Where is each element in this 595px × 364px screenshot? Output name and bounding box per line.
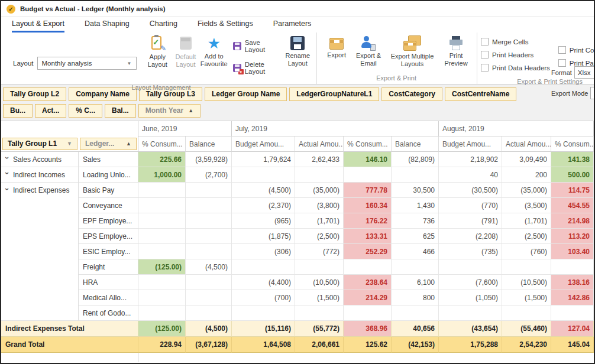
grid-cell[interactable]: 127.04 (551, 321, 594, 337)
grid-cell[interactable]: (770) (439, 198, 502, 213)
column-header-4[interactable]: % Consum... (344, 136, 392, 152)
grid-cell[interactable]: (55,772) (295, 321, 344, 337)
grid-cell[interactable] (186, 244, 232, 259)
grid-cell[interactable]: 500.00 (551, 167, 594, 183)
tab-fields-settings[interactable]: Fields & Settings (198, 20, 253, 32)
grid-cell[interactable]: (125.00) (138, 259, 186, 275)
grid-cell[interactable] (392, 167, 439, 183)
grid-cell[interactable]: 252.29 (344, 244, 392, 259)
default-layout-button[interactable]: Default Layout (172, 35, 199, 68)
grid-cell[interactable] (186, 198, 232, 213)
grid-cell[interactable]: (791) (439, 213, 502, 229)
grid-cell[interactable]: 800 (392, 290, 439, 306)
grid-cell[interactable]: (1,050) (439, 290, 502, 306)
collapse-icon[interactable]: › (4, 188, 11, 193)
grid-cell[interactable] (232, 259, 295, 275)
data-field-chip-bu[interactable]: Bu... (3, 104, 33, 118)
grid-cell[interactable]: 146.10 (344, 152, 392, 167)
column-header-6[interactable]: Budget Amou... (439, 136, 502, 152)
row-label-rent-of-godo[interactable]: Rent of Godo... (79, 306, 138, 321)
checkbox-print-data-headers[interactable]: Print Data Headers (481, 64, 550, 72)
grid-cell[interactable] (186, 183, 232, 198)
month-header-june-2019[interactable]: June, 2019 (138, 121, 232, 136)
apply-layout-button[interactable]: ✓✎ Apply Layout (144, 35, 172, 68)
row-label-conveyance[interactable]: Conveyance (79, 198, 138, 213)
grid-cell[interactable]: (4,400) (232, 275, 295, 290)
grid-cell[interactable]: 1,430 (392, 198, 439, 213)
grid-cell[interactable]: (3,67,128) (186, 337, 232, 353)
layout-select[interactable]: Monthly analysis ▼ (37, 57, 137, 70)
grid-cell[interactable]: 214.29 (344, 290, 392, 306)
collapse-icon[interactable]: › (4, 172, 11, 177)
grid-cell[interactable] (186, 229, 232, 244)
checkbox-print-column-headers[interactable]: Print Column Headers (558, 46, 595, 54)
grid-cell[interactable] (295, 167, 344, 183)
grid-cell[interactable]: 125.62 (344, 337, 392, 353)
grid-cell[interactable]: 114.75 (551, 183, 594, 198)
grid-cell[interactable]: (700) (232, 290, 295, 306)
row-field-tally-group-l1[interactable]: Tally Group L1▼ (2, 138, 77, 150)
group-label[interactable]: ›Sales Accounts (1, 152, 79, 167)
row-label-loading-unlo[interactable]: Loading Unlo... (79, 167, 138, 183)
grid-cell[interactable] (138, 275, 186, 290)
data-field-chip-c[interactable]: % C... (69, 104, 102, 118)
export-mode-select[interactable]: V (590, 87, 595, 99)
tab-charting[interactable]: Charting (150, 20, 177, 32)
grid-cell[interactable]: 6,100 (392, 275, 439, 290)
grid-cell[interactable] (138, 229, 186, 244)
grid-cell[interactable] (439, 259, 502, 275)
grid-cell[interactable] (138, 244, 186, 259)
grid-cell[interactable]: (82,809) (392, 152, 439, 167)
grid-cell[interactable]: (965) (232, 213, 295, 229)
grid-cell[interactable]: 466 (392, 244, 439, 259)
grid-cell[interactable]: 142.86 (551, 290, 594, 306)
grid-cell[interactable]: (4,500) (186, 259, 232, 275)
grid-cell[interactable]: 176.22 (344, 213, 392, 229)
grid-cell[interactable]: 228.94 (138, 337, 186, 353)
grid-cell[interactable]: 2,06,661 (295, 337, 344, 353)
grid-cell[interactable]: (1,701) (295, 213, 344, 229)
collapse-icon[interactable]: › (4, 157, 11, 162)
grid-cell[interactable]: 141.38 (551, 152, 594, 167)
grid-cell[interactable]: (1,701) (502, 213, 551, 229)
grid-cell[interactable]: (35,000) (502, 183, 551, 198)
checkbox-print-headers[interactable]: Print Headers (481, 51, 550, 58)
month-header-august-2019[interactable]: August, 2019 (439, 121, 594, 136)
row-label-freight[interactable]: Freight (79, 259, 138, 275)
grid-cell[interactable]: (760) (502, 244, 551, 259)
row-label-epf-employe[interactable]: EPF Employe... (79, 213, 138, 229)
column-field-ledger[interactable]: Ledger...▲ (80, 138, 137, 150)
grid-cell[interactable]: (3,500) (502, 198, 551, 213)
row-label-medical-allo[interactable]: Medical Allo... (79, 290, 138, 306)
tab-layout-export[interactable]: Layout & Export (12, 20, 64, 32)
save-layout-button[interactable]: Save Layout (233, 39, 280, 53)
print-preview-button[interactable]: Print Preview (441, 35, 471, 67)
grid-cell[interactable]: 238.64 (344, 275, 392, 290)
grid-cell[interactable]: (2,208) (439, 229, 502, 244)
grid-cell[interactable]: 103.40 (551, 244, 594, 259)
rename-layout-button[interactable]: Rename Layout (284, 35, 311, 67)
grid-cell[interactable]: 214.98 (551, 213, 594, 229)
column-header-1[interactable]: Balance (186, 136, 232, 152)
grid-cell[interactable] (295, 306, 344, 321)
grid-cell[interactable] (502, 306, 551, 321)
grid-cell[interactable]: 1,000.00 (138, 167, 186, 183)
row-label-sales[interactable]: Sales (79, 152, 138, 167)
grid-cell[interactable]: (3,800) (295, 198, 344, 213)
tab-data-shaping[interactable]: Data Shaping (85, 20, 130, 32)
grid-cell[interactable]: (42,153) (392, 337, 439, 353)
column-header-8[interactable]: % Consum... (551, 136, 594, 152)
grid-cell[interactable]: 200 (502, 167, 551, 183)
grid-cell[interactable]: 40 (439, 167, 502, 183)
grid-cell[interactable] (186, 306, 232, 321)
grid-cell[interactable] (344, 306, 392, 321)
grid-cell[interactable] (439, 306, 502, 321)
grid-cell[interactable] (295, 259, 344, 275)
row-label-hra[interactable]: HRA (79, 275, 138, 290)
data-field-chip-act[interactable]: Act... (35, 104, 66, 118)
delete-layout-button[interactable]: x Delete Layout (233, 61, 280, 75)
row-label-eps-employe[interactable]: EPS Employe... (79, 229, 138, 244)
filter-chip-costcategory[interactable]: CostCategory (381, 87, 442, 101)
grid-cell[interactable]: 1,64,508 (232, 337, 295, 353)
tab-parameters[interactable]: Parameters (273, 20, 312, 32)
